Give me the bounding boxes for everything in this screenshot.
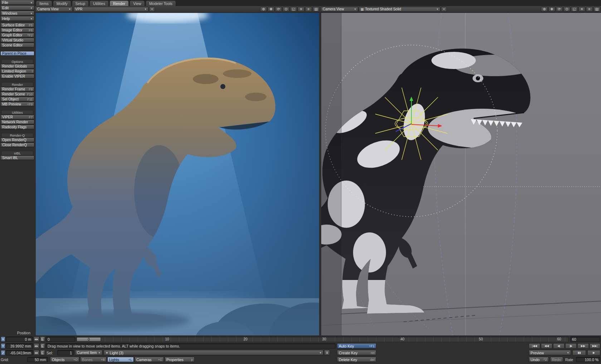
tab-render[interactable]: Render <box>109 0 129 6</box>
minimize-viewport-icon[interactable]: ◱ <box>571 7 578 12</box>
chevron-down-icon: ▼ <box>29 12 33 15</box>
center-item-icon[interactable]: ⊕ <box>541 7 548 12</box>
start-frame-input[interactable]: 0 <box>46 336 75 342</box>
menu-help[interactable]: Help▼ <box>0 16 34 21</box>
sidebar-item-viper[interactable]: VIPERF7 <box>0 115 34 119</box>
y-value-field[interactable]: 39.9992 mm <box>6 343 33 349</box>
sidebar-item-network-render[interactable]: Network Render <box>0 120 34 124</box>
y-envelope-button[interactable]: E <box>40 343 45 349</box>
view-type-dropdown[interactable]: Camera View▼ <box>321 7 358 12</box>
sidebar-item-parent-in-place[interactable]: Parent in Place <box>0 51 34 56</box>
viewport-options-icon[interactable]: ≡ <box>586 7 593 12</box>
pause-button[interactable]: ▮▮ <box>572 350 586 355</box>
view-type-dropdown[interactable]: Camera View▼ <box>35 7 73 12</box>
x-value-field[interactable]: 0 m <box>6 336 33 342</box>
timeline-ruler[interactable]: 10 20 30 40 50 60 0 <box>76 336 569 342</box>
tab-modeler-tools[interactable]: Modeler Tools <box>146 0 176 6</box>
shaded-view-canvas[interactable] <box>321 13 601 335</box>
sidebar-section-utilities: Utilities <box>1 110 33 114</box>
center-item-icon[interactable]: ⊕ <box>260 7 267 12</box>
headlight-icon[interactable]: ☀ <box>578 7 585 12</box>
viewport-layout-icon[interactable]: ▤ <box>313 7 319 12</box>
sidebar-item-image-editor[interactable]: Image EditorF6 <box>0 28 34 33</box>
preview-button[interactable]: Preview▼ <box>529 350 571 355</box>
delete-key-button[interactable]: Delete Keydel <box>337 357 376 362</box>
redo-button[interactable]: Redo <box>550 357 563 362</box>
tab-setup[interactable]: Setup <box>72 0 89 6</box>
sidebar-item-mb-preview[interactable]: MB Preview+F9 <box>0 102 34 107</box>
sidebar-item-render-frame[interactable]: Render FrameF9 <box>0 87 34 92</box>
sidebar-item-limited-region[interactable]: Limited Regionl <box>0 69 34 74</box>
sidebar-item-radiosity-flags[interactable]: Radiosity Flags <box>0 125 34 129</box>
label: MB Preview <box>2 102 21 106</box>
current-item-button[interactable]: Current Item▼ <box>75 350 102 355</box>
sidebar-item-render-scene[interactable]: Render SceneF10 <box>0 92 34 97</box>
headlight-icon[interactable]: ☀ <box>298 7 304 12</box>
undo-button[interactable]: Undo^Z <box>529 357 549 362</box>
jump-end-button[interactable]: ▶▶| <box>590 343 600 349</box>
viewport-menu-dropdown[interactable]: ▼ <box>149 7 155 12</box>
step-back-frame-button[interactable]: ◀| <box>553 343 565 349</box>
sidebar-item-virtual-studio[interactable]: Virtual Studio <box>0 38 34 43</box>
pan-icon[interactable]: ✚ <box>548 7 555 12</box>
cameras-mode-button[interactable]: Cameras+C <box>135 357 164 362</box>
auto-key-button[interactable]: Auto Key+F1 <box>337 343 376 349</box>
label: Open RenderQ <box>2 138 26 142</box>
create-key-button[interactable]: Create Keyret <box>337 350 376 355</box>
z-envelope-button[interactable]: E <box>40 350 45 355</box>
view-type-value: Camera View <box>37 7 59 11</box>
jump-start-button[interactable]: |◀◀ <box>529 343 540 349</box>
tab-modify[interactable]: Modify <box>53 0 71 6</box>
sidebar-item-render-globals[interactable]: Render Globals <box>0 64 34 69</box>
step-back-keyframe-button[interactable]: ◀◀ <box>541 343 552 349</box>
menu-file[interactable]: File▼ <box>0 0 34 5</box>
minimize-viewport-icon[interactable]: ◱ <box>290 7 297 12</box>
sidebar-item-scene-editor[interactable]: Scene Editor <box>0 43 34 48</box>
end-frame-input[interactable]: 60 <box>570 336 600 342</box>
z-value-field[interactable]: -65.0419mm <box>6 350 33 355</box>
zoom-icon[interactable]: ⊙ <box>283 7 289 12</box>
viewport-menu-dropdown[interactable]: ▼ <box>441 7 447 12</box>
rotate-view-icon[interactable]: ⟳ <box>556 7 563 12</box>
render-mode-dropdown[interactable]: ▦Textured Shaded Solid▼ <box>359 7 440 12</box>
tab-utilities[interactable]: Utilities <box>89 0 109 6</box>
frame-slider-handle[interactable]: 0 <box>77 337 101 341</box>
objects-mode-button[interactable]: Objects+O <box>50 357 79 362</box>
bones-mode-button[interactable]: Bones+B <box>80 357 107 362</box>
shaded-view-image <box>321 13 601 335</box>
menu-windows[interactable]: Windows▼ <box>0 11 34 16</box>
x-channel-button[interactable]: X <box>1 336 5 342</box>
lights-mode-button[interactable]: Lights+L <box>107 357 134 362</box>
sidebar-item-smart-ibl[interactable]: Smart IBL <box>0 156 34 160</box>
tab-items[interactable]: Items <box>36 0 52 6</box>
x-envelope-button[interactable]: E <box>40 336 45 342</box>
viewport-options-icon[interactable]: ≡ <box>305 7 312 12</box>
label: Smart IBL <box>2 156 18 160</box>
sidebar-item-close-renderq[interactable]: Close RenderQ <box>0 143 34 147</box>
viewport-layout-icon[interactable]: ▤ <box>593 7 600 12</box>
zoom-icon[interactable]: ⊙ <box>563 7 570 12</box>
sidebar-item-surface-editor[interactable]: Surface EditorF5 <box>0 23 34 28</box>
shortcut: F11 <box>26 98 33 101</box>
menu-edit[interactable]: Edit▼ <box>0 5 34 10</box>
render-mode-dropdown[interactable]: VPR▼ <box>73 7 148 12</box>
sidebar-item-enable-viper[interactable]: Enable VIPER <box>0 74 34 79</box>
sidebar-item-open-renderq[interactable]: Open RenderQ <box>0 138 34 142</box>
y-channel-button[interactable]: Y <box>1 343 5 349</box>
properties-button[interactable]: Propertiesp <box>165 357 195 362</box>
z-channel-button[interactable]: Z <box>1 350 5 355</box>
z-stepper[interactable]: ◀▶ <box>34 350 39 355</box>
vpr-render-canvas[interactable] <box>36 13 319 335</box>
step-forward-keyframe-button[interactable]: ▶▶ <box>577 343 589 349</box>
step-forward-frame-button[interactable]: |▶ <box>565 343 577 349</box>
item-scroll-button[interactable]: ⇕ <box>324 350 330 355</box>
sidebar-item-sel-object[interactable]: Sel ObjectF11 <box>0 97 34 102</box>
x-stepper[interactable]: ◀▶ <box>34 336 39 342</box>
pan-icon[interactable]: ✚ <box>268 7 274 12</box>
sidebar-item-graph-editor[interactable]: Graph Editor^F2 <box>0 33 34 38</box>
current-item-dropdown[interactable]: ✦Light (3)▼ <box>104 350 323 355</box>
tab-view[interactable]: View <box>130 0 145 6</box>
play-button[interactable]: ▶ <box>587 350 600 355</box>
rotate-view-icon[interactable]: ⟳ <box>275 7 282 12</box>
y-stepper[interactable]: ◀▶ <box>34 343 39 349</box>
